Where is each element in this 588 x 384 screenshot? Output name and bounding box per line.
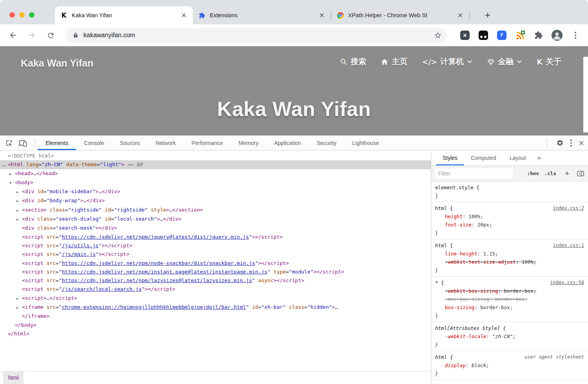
tree-row[interactable]: <script src="/js/utils.js"></script> — [0, 241, 431, 250]
close-tab-icon[interactable] — [457, 12, 464, 19]
rule-selector[interactable]: html { — [435, 243, 453, 248]
inspect-element-icon[interactable] — [5, 139, 13, 147]
rule-selector[interactable]: html[Attributes Style] { — [435, 325, 506, 331]
css-property[interactable]: height: 100%; — [435, 212, 584, 221]
expand-arrow-icon[interactable]: ▶ — [16, 294, 22, 303]
tree-row[interactable]: <script src="/js/main.js"></script> — [0, 250, 431, 259]
browser-menu-kebab-icon[interactable] — [570, 30, 581, 41]
tree-row[interactable]: ▼<body> — [0, 178, 431, 187]
stylesheet-source-link[interactable]: index.css:2 — [553, 204, 584, 212]
nav-item-search[interactable]: 搜索 — [340, 56, 366, 67]
css-property[interactable]: -webkit-box-sizing: border-box; — [435, 287, 584, 295]
sidebar-toggle-icon[interactable] — [577, 171, 584, 176]
tree-row[interactable]: ▶<script>…</script> — [0, 294, 431, 303]
settings-gear-icon[interactable] — [556, 139, 564, 147]
tree-row[interactable]: </iframe> — [0, 312, 431, 321]
tree-row[interactable]: ▶<div class="search-dialog" id="local-se… — [0, 215, 431, 224]
css-property[interactable]: -moz-box-sizing: border-box; — [435, 295, 584, 303]
tree-row[interactable]: </body> — [0, 321, 431, 330]
more-tabs-chevron[interactable]: » — [533, 150, 546, 165]
devtools-tab-console[interactable]: Console — [76, 136, 112, 150]
page-scrollbar[interactable] — [583, 57, 588, 132]
tab-kaka-wan-yifan[interactable]: K Kaka Wan Yifan — [55, 6, 193, 24]
expand-arrow-icon[interactable]: ▶ — [16, 303, 22, 312]
css-property[interactable]: line-height: 1.15; — [435, 250, 584, 258]
styles-filter-input[interactable] — [435, 168, 513, 179]
nav-item-finance[interactable]: 金融 — [487, 56, 522, 67]
device-toolbar-icon[interactable] — [18, 139, 27, 147]
tree-row[interactable]: <script src="/js/search/local-search.js"… — [0, 285, 431, 293]
devtools-tab-elements[interactable]: Elements — [38, 136, 76, 150]
toggle-pseudo-state-button[interactable]: :hov — [527, 170, 539, 176]
rule-selector[interactable]: element.style { — [435, 185, 479, 190]
expand-arrow-icon[interactable]: ▶ — [16, 215, 22, 224]
address-bar[interactable]: kakawanyifan.com — [65, 28, 447, 43]
tab-extensions[interactable]: Extensions — [193, 6, 331, 24]
nav-item-home[interactable]: 主页 — [381, 56, 407, 67]
stylesheet-source-link[interactable]: index.css:1 — [553, 241, 584, 250]
tree-row[interactable]: …<html lang="zh-CN" data-theme="light"> … — [0, 160, 431, 169]
tree-row[interactable]: <script src="https://cdn.jsdelivr.net/np… — [0, 259, 431, 268]
devtools-menu-kebab-icon[interactable] — [570, 139, 572, 147]
expand-arrow-icon[interactable]: ▶ — [16, 188, 22, 196]
minimize-window-button[interactable] — [19, 12, 25, 18]
tree-row[interactable]: </html> — [0, 330, 431, 338]
close-devtools-icon[interactable] — [579, 140, 584, 146]
tree-row[interactable]: <script src="https://cdn.jsdelivr.net/np… — [0, 233, 431, 241]
nav-item-about[interactable]: K 关于 — [537, 56, 561, 67]
tree-row[interactable]: ▶<iframe src="chrome-extension://hgimnog… — [0, 303, 431, 312]
devtools-tab-lighthouse[interactable]: Lighthouse — [344, 136, 387, 150]
x-square-extension-icon[interactable]: ✕ — [459, 30, 470, 41]
stylesheet-source-link[interactable]: index.css:58 — [550, 279, 584, 287]
close-tab-icon[interactable] — [318, 12, 325, 19]
toggle-element-classes-button[interactable]: .cls — [544, 170, 556, 176]
close-window-button[interactable] — [9, 12, 15, 18]
dots-square-extension-icon[interactable] — [478, 30, 489, 41]
rule-selector[interactable]: html { — [435, 354, 453, 360]
breadcrumb-html[interactable]: html — [3, 371, 24, 384]
site-brand[interactable]: Kaka Wan Yifan — [21, 58, 93, 69]
sidebar-tab-computed[interactable]: Computed — [464, 150, 503, 165]
nav-item-computer[interactable]: </> 计算机 — [422, 56, 472, 67]
css-property[interactable]: font-size: 20px; — [435, 221, 584, 229]
node-ellipsis[interactable]: … — [2, 160, 8, 169]
bookmark-star-icon[interactable] — [434, 31, 442, 39]
tree-row[interactable]: ▶<div id="mobile-sidebar">…</div> — [0, 187, 431, 196]
tree-row[interactable]: <script src="https://cdn.jsdelivr.net/np… — [0, 268, 431, 276]
profile-avatar[interactable] — [552, 30, 563, 41]
url-text[interactable]: kakawanyifan.com — [83, 32, 434, 39]
new-style-rule-button[interactable]: + — [565, 169, 569, 178]
arrow-square-extension-icon[interactable] — [496, 30, 507, 41]
rule-selector[interactable]: html { — [435, 205, 453, 211]
sidebar-tab-styles[interactable]: Styles — [436, 150, 464, 165]
rule-selector[interactable]: * { — [435, 280, 444, 286]
tree-row[interactable]: <script src="https://cdn.jsdelivr.net/np… — [0, 276, 431, 285]
expand-arrow-icon[interactable]: ▶ — [16, 206, 22, 215]
devtools-tab-network[interactable]: Network — [148, 136, 183, 150]
expand-arrow-icon[interactable]: ▶ — [16, 197, 22, 205]
new-tab-button[interactable]: + — [481, 9, 494, 21]
rss-plus-extension-icon[interactable] — [515, 30, 526, 41]
back-icon[interactable] — [8, 31, 18, 40]
tree-row[interactable]: <!DOCTYPE html> — [0, 152, 431, 160]
close-tab-icon[interactable] — [180, 12, 187, 19]
devtools-tab-security[interactable]: Security — [309, 136, 345, 150]
devtools-tab-sources[interactable]: Sources — [112, 136, 148, 150]
reload-icon[interactable] — [46, 31, 55, 40]
tab-xpath-helper[interactable]: XPath Helper - Chrome Web St — [331, 6, 469, 24]
tree-row[interactable]: ▶<section class="rightside" id="rightsid… — [0, 206, 431, 215]
devtools-tab-memory[interactable]: Memory — [231, 136, 267, 150]
tree-row[interactable]: ▶<head>…</head> — [0, 169, 431, 178]
zoom-window-button[interactable] — [29, 12, 34, 18]
css-property[interactable]: display: block; — [435, 361, 584, 370]
css-property[interactable]: box-sizing: border-box; — [435, 303, 584, 312]
expand-arrow-icon[interactable]: ▶ — [9, 170, 15, 178]
sidebar-tab-layout[interactable]: Layout — [503, 150, 533, 165]
collapse-arrow-icon[interactable]: ▼ — [9, 179, 15, 187]
devtools-tab-performance[interactable]: Performance — [183, 136, 230, 150]
forward-icon[interactable] — [27, 31, 36, 40]
lock-icon[interactable] — [73, 33, 78, 38]
devtools-tab-application[interactable]: Application — [266, 136, 309, 150]
tree-row[interactable]: ▶<div id="body-wrap">…</div> — [0, 196, 431, 205]
tree-row[interactable]: <div class="search-mask"></div> — [0, 224, 431, 232]
